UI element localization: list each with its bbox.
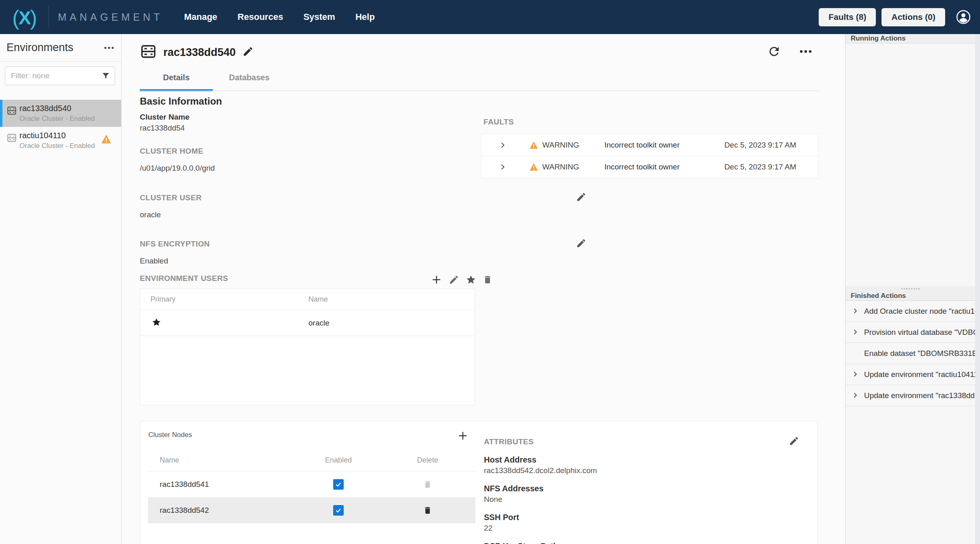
nav-system[interactable]: System <box>304 12 335 22</box>
nav-resources[interactable]: Resources <box>238 12 283 22</box>
finished-action-label: Update environment "rac1338dd54... <box>864 391 975 400</box>
finished-action-label: Update environment "ractiu104110". <box>864 370 975 379</box>
expand-chevron-icon[interactable] <box>852 392 859 401</box>
delphix-logo-icon[interactable]: (X) <box>0 5 49 29</box>
table-row[interactable]: oracle <box>140 310 475 336</box>
environment-subtitle: Oracle Cluster - Enabled <box>19 115 116 123</box>
fault-severity: WARNING <box>529 141 579 150</box>
enabled-checkbox[interactable] <box>333 505 344 516</box>
edit-cluster-user-pencil-icon[interactable] <box>576 192 586 204</box>
environment-users-label: ENVIRONMENT USERS <box>140 274 594 283</box>
sidebar-title: Environments <box>6 41 73 54</box>
delete-node-trash-icon[interactable] <box>423 505 432 515</box>
fault-severity-text: WARNING <box>542 141 579 150</box>
overflow-menu-icon[interactable] <box>799 49 813 54</box>
enabled-checkbox[interactable] <box>333 479 344 490</box>
fault-severity-text: WARNING <box>542 163 579 171</box>
edit-nfs-encryption-pencil-icon[interactable] <box>576 238 586 250</box>
actions-button[interactable]: Actions (0) <box>882 8 945 26</box>
edit-attributes-pencil-icon[interactable] <box>789 436 799 448</box>
filter-icon[interactable] <box>101 71 111 82</box>
dsp-keystore-path-field: DSP KeyStore Path None <box>484 542 808 544</box>
add-user-plus-icon[interactable] <box>431 274 442 287</box>
panel-resize-handle[interactable] <box>845 286 975 291</box>
faults-label: FAULTS <box>484 118 514 126</box>
cluster-nodes-table: Name Enabled Delete rac1338dd541 <box>148 450 475 523</box>
page-scrollbar[interactable] <box>975 34 980 544</box>
basic-information-heading: Basic Information <box>140 96 222 107</box>
finished-action-item[interactable]: Add Oracle cluster node "ractiu104... <box>845 301 975 322</box>
attributes-section: ATTRIBUTES Host Address rac1338dd542.dco… <box>484 437 808 544</box>
expand-chevron-icon[interactable] <box>852 328 859 337</box>
rename-environment-pencil-icon[interactable] <box>242 46 254 59</box>
top-navigation: Manage Resources System Help <box>184 12 374 22</box>
set-primary-star-icon[interactable] <box>466 274 476 287</box>
column-name: Name <box>148 456 294 465</box>
user-profile-icon[interactable] <box>956 9 971 25</box>
main-header-actions <box>767 45 813 58</box>
environment-item-ractiu104110[interactable]: ractiu104110 Oracle Cluster - Enabled <box>0 127 121 154</box>
fault-severity: WARNING <box>529 163 579 171</box>
nav-manage[interactable]: Manage <box>184 12 217 22</box>
tab-databases[interactable]: Databases <box>213 73 286 91</box>
edit-user-pencil-icon[interactable] <box>449 274 459 287</box>
fault-row[interactable]: WARNING Incorrect toolkit owner Dec 5, 2… <box>481 156 818 178</box>
finished-action-label: Provision virtual database "VDBO_... <box>864 328 975 337</box>
faults-table: WARNING Incorrect toolkit owner Dec 5, 2… <box>481 134 819 178</box>
sidebar-overflow-icon[interactable] <box>103 44 115 51</box>
expand-chevron-icon[interactable] <box>852 307 859 316</box>
environment-icon <box>6 133 17 145</box>
finished-action-item[interactable]: Update environment "rac1338dd54... <box>845 385 975 406</box>
warning-icon <box>529 141 538 149</box>
table-row[interactable]: rac1338dd541 <box>148 471 475 497</box>
attributes-label: ATTRIBUTES <box>484 437 808 446</box>
finished-action-label: Enable dataset "DBOMSRB331B3". <box>864 349 975 358</box>
delphix-management-screen: (X) MANAGEMENT Manage Resources System H… <box>0 0 980 544</box>
faults-button[interactable]: Faults (8) <box>819 8 876 26</box>
environments-sidebar: Environments rac1338dd540 Oracle Cluster… <box>0 34 122 544</box>
environment-icon <box>6 105 17 118</box>
nfs-addresses-label: NFS Addresses <box>484 484 808 493</box>
nav-help[interactable]: Help <box>355 12 375 22</box>
nfs-addresses-value: None <box>484 495 808 504</box>
topbar: (X) MANAGEMENT Manage Resources System H… <box>0 0 980 34</box>
user-name: oracle <box>308 319 330 328</box>
add-node-plus-icon[interactable] <box>457 430 469 443</box>
host-address-field: Host Address rac1338dd542.dcol2.delphix.… <box>484 455 808 475</box>
warning-icon <box>101 134 111 146</box>
environment-filter-input[interactable] <box>5 66 115 85</box>
actions-panel: Running Actions Finished Actions Add Ora… <box>845 34 975 544</box>
fault-title: Incorrect toolkit owner <box>604 141 706 150</box>
cluster-name-label: Cluster Name <box>140 113 594 122</box>
tabs-divider <box>140 90 819 91</box>
ssh-port-field: SSH Port 22 <box>484 513 808 533</box>
cluster-nodes-card: Cluster Nodes Name Enabled Delete rac133… <box>140 421 818 544</box>
expand-chevron-icon[interactable] <box>499 163 507 171</box>
environment-users-section: ENVIRONMENT USERS <box>140 274 594 283</box>
environment-detail-main: rac1338dd540 Details Databases Basic Inf… <box>122 34 845 544</box>
refresh-icon[interactable] <box>767 45 781 58</box>
users-table-header: Primary Name <box>140 289 475 310</box>
fault-row[interactable]: WARNING Incorrect toolkit owner Dec 5, 2… <box>481 134 818 156</box>
cluster-user-label: CLUSTER USER <box>140 193 594 202</box>
environment-item-rac1338dd540[interactable]: rac1338dd540 Oracle Cluster - Enabled <box>0 100 121 127</box>
node-name: rac1338dd542 <box>148 506 294 515</box>
expand-chevron-icon[interactable] <box>499 141 507 149</box>
delete-user-trash-icon[interactable] <box>483 274 492 287</box>
topbar-divider <box>49 6 49 28</box>
finished-actions-list: Add Oracle cluster node "ractiu104... Pr… <box>845 301 975 406</box>
column-enabled: Enabled <box>294 456 383 465</box>
nfs-encryption-field: NFS ENCRYPTION Enabled <box>140 240 594 266</box>
finished-action-item[interactable]: Provision virtual database "VDBO_... <box>845 322 975 343</box>
finished-action-item[interactable]: Update environment "ractiu104110". <box>845 364 975 385</box>
environment-name: rac1338dd540 <box>19 104 116 113</box>
finished-action-item[interactable]: Enable dataset "DBOMSRB331B3". <box>845 343 975 364</box>
tab-details[interactable]: Details <box>140 73 213 91</box>
warning-icon <box>529 163 538 171</box>
nfs-encryption-value: Enabled <box>140 257 594 266</box>
topbar-right: Faults (8) Actions (0) <box>819 8 980 26</box>
table-row-selected[interactable]: rac1338dd542 <box>148 497 475 523</box>
cluster-name-value: rac1338dd54 <box>140 124 594 133</box>
finished-action-label: Add Oracle cluster node "ractiu104... <box>864 307 975 316</box>
expand-chevron-icon[interactable] <box>852 371 859 379</box>
